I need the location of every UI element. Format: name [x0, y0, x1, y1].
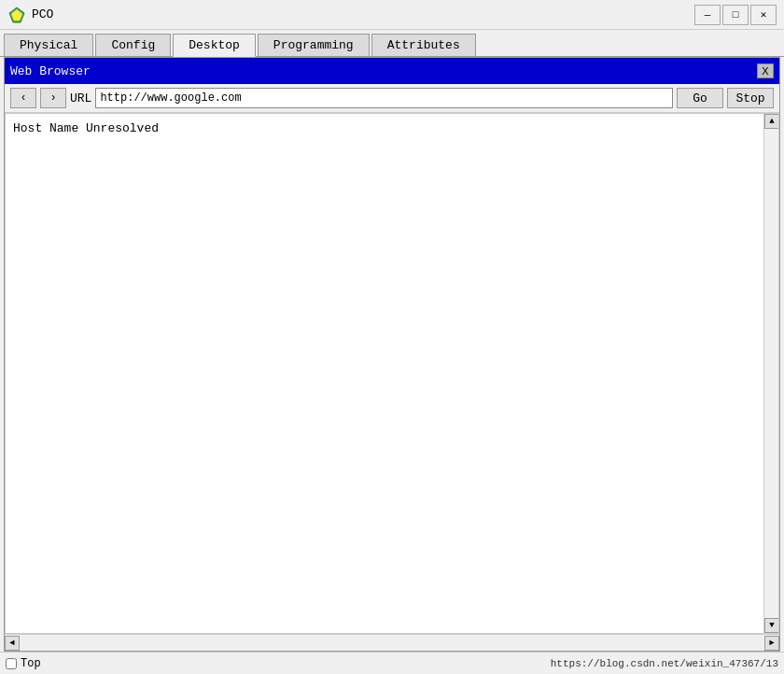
panel-title-bar: Web Browser X — [5, 58, 779, 84]
panel-close-button[interactable]: X — [757, 63, 774, 78]
main-content: Web Browser X ‹ › URL Go Stop Host Name … — [4, 57, 780, 652]
scroll-left-arrow[interactable]: ◄ — [5, 636, 20, 651]
close-button[interactable]: ✕ — [750, 5, 777, 25]
url-label: URL — [70, 91, 91, 105]
go-button[interactable]: Go — [677, 88, 723, 108]
browser-content: Host Name Unresolved ▲ ▼ — [5, 113, 779, 634]
stop-button[interactable]: Stop — [727, 88, 774, 108]
tab-desktop[interactable]: Desktop — [173, 34, 256, 57]
top-checkbox[interactable] — [6, 658, 17, 669]
url-input[interactable] — [95, 88, 673, 108]
horizontal-scrollbar: ◄ ► — [5, 634, 779, 651]
app-title: PCO — [32, 7, 53, 21]
scroll-down-arrow[interactable]: ▼ — [764, 618, 779, 633]
app-icon — [7, 6, 26, 24]
tab-physical[interactable]: Physical — [4, 34, 93, 56]
minimize-button[interactable]: — — [694, 5, 721, 25]
status-bar: Top https://blog.csdn.net/weixin_47367/1… — [0, 652, 784, 674]
tab-programming[interactable]: Programming — [258, 34, 370, 56]
panel-title-text: Web Browser — [10, 64, 91, 78]
top-label: Top — [21, 657, 41, 670]
maximize-button[interactable]: □ — [722, 5, 749, 25]
title-bar-controls: — □ ✕ — [694, 5, 777, 25]
status-left: Top — [6, 657, 41, 670]
back-button[interactable]: ‹ — [10, 88, 36, 108]
browser-scroll-area[interactable]: Host Name Unresolved — [6, 114, 778, 633]
title-bar-left: PCO — [7, 6, 53, 24]
web-browser-panel: Web Browser X ‹ › URL Go Stop Host Name … — [5, 58, 779, 651]
vertical-scrollbar: ▲ ▼ — [763, 114, 778, 633]
url-bar: ‹ › URL Go Stop — [5, 84, 779, 113]
scroll-track — [764, 129, 778, 618]
tab-bar: Physical Config Desktop Programming Attr… — [0, 30, 784, 57]
forward-button[interactable]: › — [40, 88, 66, 108]
status-message: Host Name Unresolved — [13, 121, 159, 135]
tab-config[interactable]: Config — [95, 34, 171, 56]
status-url: https://blog.csdn.net/weixin_47367/13 — [551, 658, 778, 669]
tab-attributes[interactable]: Attributes — [371, 34, 476, 56]
scroll-right-arrow[interactable]: ► — [764, 636, 779, 651]
scroll-up-arrow[interactable]: ▲ — [764, 114, 779, 129]
title-bar: PCO — □ ✕ — [0, 0, 784, 30]
